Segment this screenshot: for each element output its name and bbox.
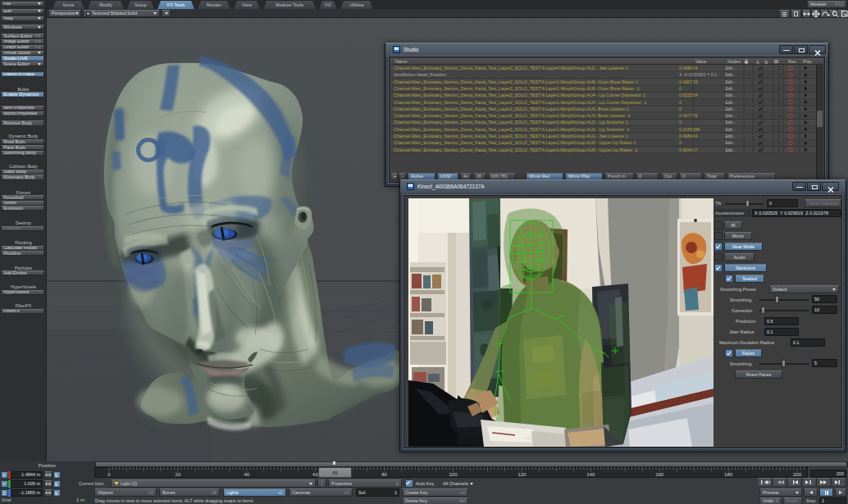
svg-text:0: 0 [679,107,682,111]
svg-text:Edit...: Edit... [725,86,736,91]
svg-text:Channel Alien_Emissary_Nevron_: Channel Alien_Emissary_Nevron_Demo_Facia… [394,93,645,98]
svg-text:Edit...: Edit... [725,127,736,132]
svg-text:80: 80 [381,472,387,477]
svg-text:160: 160 [655,472,664,477]
svg-text:0: 0 [679,140,682,145]
svg-text:Channel Alien_Emissary_Nevron_: Channel Alien_Emissary_Nevron_Demo_Facia… [394,107,629,111]
svg-text:Edit...: Edit... [725,120,736,125]
svg-text:0.0159396: 0.0159396 [679,127,700,132]
svg-text:Edit...: Edit... [725,148,736,152]
svg-text:Channel Alien_Emissary_Nevron_: Channel Alien_Emissary_Nevron_Demo_Facia… [394,148,637,152]
svg-text:0.498464: 0.498464 [679,66,697,70]
svg-text:Edit...: Edit... [725,72,736,77]
svg-text:1: 1 [777,100,780,105]
svg-text:100: 100 [449,472,458,477]
svg-text:20: 20 [176,472,181,477]
svg-text:1: 1 [777,148,780,152]
svg-text:0: 0 [679,120,682,125]
svg-text:0.430733: 0.430733 [679,79,697,84]
svg-text:Channel Alien_Emissary_Nevron_: Channel Alien_Emissary_Nevron_Demo_Facia… [394,113,631,118]
svg-text:Edit...: Edit... [725,79,736,84]
svg-text:0.498464: 0.498464 [679,134,697,138]
svg-text:Channel Alien_Emissary_Nevron_: Channel Alien_Emissary_Nevron_Demo_Facia… [394,79,638,84]
svg-text:Edit...: Edit... [725,134,736,138]
svg-text:40: 40 [244,472,249,477]
svg-text:1: 1 [777,86,780,91]
svg-text:180: 180 [724,472,733,477]
svg-text:120: 120 [517,472,527,477]
svg-text:Edit...: Edit... [725,113,736,118]
svg-text:Channel Alien_Emissary_Nevron_: Channel Alien_Emissary_Nevron_Demo_Facia… [394,86,640,91]
svg-text:1: 1 [777,113,780,118]
svg-text:Edit...: Edit... [725,140,736,145]
svg-text:1: 1 [777,120,780,125]
svg-text:0: 0 [679,86,682,91]
svg-text:0: 0 [679,100,682,105]
svg-text:1: 1 [777,134,780,138]
svg-text:1: 1 [777,127,780,132]
svg-text:1: 1 [777,93,780,98]
svg-text:X -0.0250363 Y 0.1: X -0.0250363 Y 0.1 [679,72,717,77]
svg-text:0.904417: 0.904417 [679,148,697,152]
svg-text:0: 0 [107,472,111,477]
svg-text:A: A [756,60,759,65]
svg-text:0.467725: 0.467725 [679,113,697,118]
svg-text:1: 1 [777,107,780,111]
svg-text:1: 1 [777,66,780,70]
svg-text:Edit...: Edit... [725,66,736,70]
svg-text:Edit...: Edit... [725,93,736,98]
svg-text:Channel Alien_Emissary_Nevron_: Channel Alien_Emissary_Nevron_Demo_Facia… [394,140,636,145]
svg-text:ItemMotion Head_Rotation: ItemMotion Head_Rotation [394,72,446,77]
svg-text:1: 1 [777,79,780,84]
svg-text:Edit...: Edit... [725,100,736,105]
svg-text:200: 200 [793,472,802,477]
svg-text:Channel Alien_Emissary_Nevron_: Channel Alien_Emissary_Nevron_Demo_Facia… [394,134,628,138]
svg-text:0.622554: 0.622554 [679,93,697,98]
svg-text:Channel Alien_Emissary_Nevron_: Channel Alien_Emissary_Nevron_Demo_Facia… [394,120,628,125]
svg-text:Edit...: Edit... [725,107,736,111]
svg-text:1: 1 [777,72,780,77]
svg-text:Channel Alien_Emissary_Nevron_: Channel Alien_Emissary_Nevron_Demo_Facia… [394,127,629,132]
svg-text:140: 140 [586,472,595,477]
svg-text:Φ: Φ [764,60,768,65]
svg-text:Channel Alien_Emissary_Nevron_: Channel Alien_Emissary_Nevron_Demo_Facia… [394,100,646,105]
svg-text:Channel Alien_Emissary_Nevron_: Channel Alien_Emissary_Nevron_Demo_Facia… [394,66,628,70]
svg-text:1: 1 [777,140,780,145]
